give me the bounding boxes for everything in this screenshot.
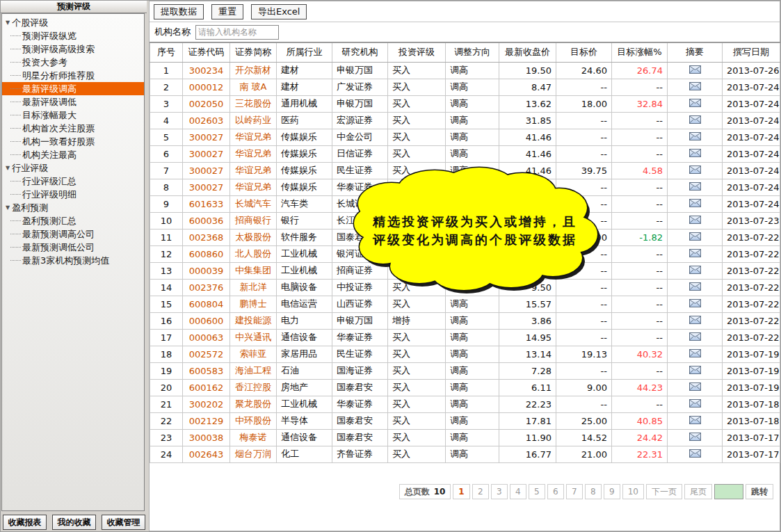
next-page-button[interactable]: 下一页 <box>646 484 682 499</box>
page-button-1[interactable]: 1 <box>453 484 469 499</box>
mail-icon[interactable] <box>689 115 701 124</box>
cell-target: -- <box>556 329 612 346</box>
mail-icon[interactable] <box>689 449 701 458</box>
tree-item-label: 目标涨幅最大 <box>22 108 77 122</box>
last-page-button[interactable]: 尾页 <box>684 484 712 499</box>
tree-group-14[interactable]: ▼盈利预测 <box>2 201 144 214</box>
page-button-4[interactable]: 4 <box>510 484 526 499</box>
column-header: 目标涨幅% <box>612 42 668 62</box>
cell-rating: 买入 <box>388 79 446 95</box>
cell-target: -- <box>556 79 612 95</box>
cell-summary <box>668 362 723 379</box>
jump-button[interactable]: 跳转 <box>746 484 773 499</box>
cell-industry: 电信运营 <box>277 296 332 312</box>
mail-icon[interactable] <box>689 399 701 408</box>
cell-rating: 买入 <box>388 179 446 195</box>
cell-target: -- <box>556 112 612 129</box>
cell-target: -- <box>556 245 612 262</box>
cell-industry: 传媒娱乐 <box>277 179 332 195</box>
cell-no: 19 <box>150 362 183 379</box>
sidebar-footer-button-2[interactable]: 收藏管理 <box>102 515 145 530</box>
sidebar-footer-button-1[interactable]: 我的收藏 <box>52 515 96 530</box>
tree-item-6[interactable]: 最新评级调低 <box>2 95 144 108</box>
cell-direction: 调高 <box>446 412 499 429</box>
mail-icon[interactable] <box>689 99 701 107</box>
mail-icon[interactable] <box>689 349 701 357</box>
page-button-3[interactable]: 3 <box>491 484 508 499</box>
cell-name: 太极股份 <box>230 229 277 245</box>
cell-change: -- <box>612 79 668 95</box>
mail-icon[interactable] <box>689 433 701 441</box>
export-excel-button[interactable]: 导出Excel <box>251 4 307 19</box>
reset-button[interactable]: 重置 <box>211 4 243 19</box>
mail-icon[interactable] <box>689 366 701 374</box>
tree-item-label: 最新预测调低公司 <box>22 241 95 254</box>
mail-icon[interactable] <box>689 332 701 341</box>
mail-icon[interactable] <box>689 232 701 241</box>
tree-item-16[interactable]: 最新预测调高公司 <box>2 227 144 241</box>
tree-item-3[interactable]: 投资大参考 <box>2 56 144 69</box>
tree-item-10[interactable]: 机构关注最高 <box>2 148 144 161</box>
extract-data-button[interactable]: 提取数据 <box>154 4 204 19</box>
tree-item-9[interactable]: 机构一致看好股票 <box>2 135 144 148</box>
cell-name: 烟台万润 <box>230 446 277 462</box>
mail-icon[interactable] <box>689 282 701 291</box>
tree-item-5[interactable]: 最新评级调高 <box>2 82 144 95</box>
cell-industry: 家居用品 <box>277 346 332 362</box>
cell-change: -- <box>612 245 668 262</box>
cell-close <box>499 195 556 212</box>
sidebar-footer-button-0[interactable]: 收藏报表 <box>3 515 47 530</box>
page-button-8[interactable]: 8 <box>585 484 602 499</box>
tree-item-15[interactable]: 盈利预测汇总 <box>2 214 144 227</box>
tree-item-17[interactable]: 最新预测调低公司 <box>2 241 144 254</box>
mail-icon[interactable] <box>689 416 701 424</box>
mail-icon[interactable] <box>689 266 701 274</box>
filter-row: 机构名称 <box>150 22 780 42</box>
tree-group-11[interactable]: ▼行业评级 <box>2 161 144 175</box>
mail-icon[interactable] <box>689 166 701 174</box>
page-button-5[interactable]: 5 <box>529 484 545 499</box>
cell-org: 申银万国 <box>332 62 388 79</box>
page-button-2[interactable]: 2 <box>472 484 489 499</box>
page-button-7[interactable]: 7 <box>566 484 583 499</box>
page-button-6[interactable]: 6 <box>547 484 564 499</box>
mail-icon[interactable] <box>689 82 701 90</box>
cell-summary <box>668 412 723 429</box>
page-button-10[interactable]: 10 <box>622 484 644 499</box>
mail-icon[interactable] <box>689 216 701 224</box>
tree-item-12[interactable]: 行业评级汇总 <box>2 175 144 188</box>
tree-item-4[interactable]: 明星分析师推荐股 <box>2 69 144 82</box>
tree-item-7[interactable]: 目标涨幅最大 <box>2 108 144 122</box>
main-panel: 提取数据 重置 导出Excel 机构名称 序号证券代码证券简称所属行业研究机构投… <box>149 1 780 531</box>
mail-icon[interactable] <box>689 299 701 307</box>
cell-name: 北人股份 <box>230 245 277 262</box>
mail-icon[interactable] <box>689 316 701 324</box>
mail-icon[interactable] <box>689 199 701 207</box>
cell-date: 2013-07-18 <box>723 396 780 412</box>
tree-group-0[interactable]: ▼个股评级 <box>2 16 144 29</box>
cell-rating: 买入 <box>388 145 446 162</box>
cell-change: -- <box>612 179 668 195</box>
cell-code: 000600 <box>183 312 230 329</box>
tree-item-label: 最新评级调低 <box>22 95 77 108</box>
cell-summary <box>668 396 723 412</box>
tree-item-1[interactable]: 预测评级纵览 <box>2 29 144 42</box>
mail-icon[interactable] <box>689 65 701 74</box>
mail-icon[interactable] <box>689 149 701 157</box>
cell-direction: 调高 <box>446 229 499 245</box>
cell-date: 2013-07-24 <box>723 195 780 212</box>
jump-page-input[interactable] <box>714 484 743 499</box>
mail-icon[interactable] <box>689 182 701 191</box>
mail-icon[interactable] <box>689 382 701 391</box>
tree-item-2[interactable]: 预测评级高级搜索 <box>2 42 144 56</box>
cell-code: 002643 <box>183 446 230 462</box>
pagination: 总页数1012345678910下一页尾页跳转 <box>399 484 773 499</box>
page-button-9[interactable]: 9 <box>604 484 620 499</box>
mail-icon[interactable] <box>689 249 701 257</box>
mail-icon[interactable] <box>689 132 701 140</box>
tree-item-8[interactable]: 机构首次关注股票 <box>2 122 144 135</box>
org-name-input[interactable] <box>195 25 279 40</box>
tree-item-18[interactable]: 最新3家机构预测均值 <box>2 254 144 267</box>
tree-item-13[interactable]: 行业评级明细 <box>2 188 144 201</box>
cell-no: 11 <box>150 229 183 245</box>
